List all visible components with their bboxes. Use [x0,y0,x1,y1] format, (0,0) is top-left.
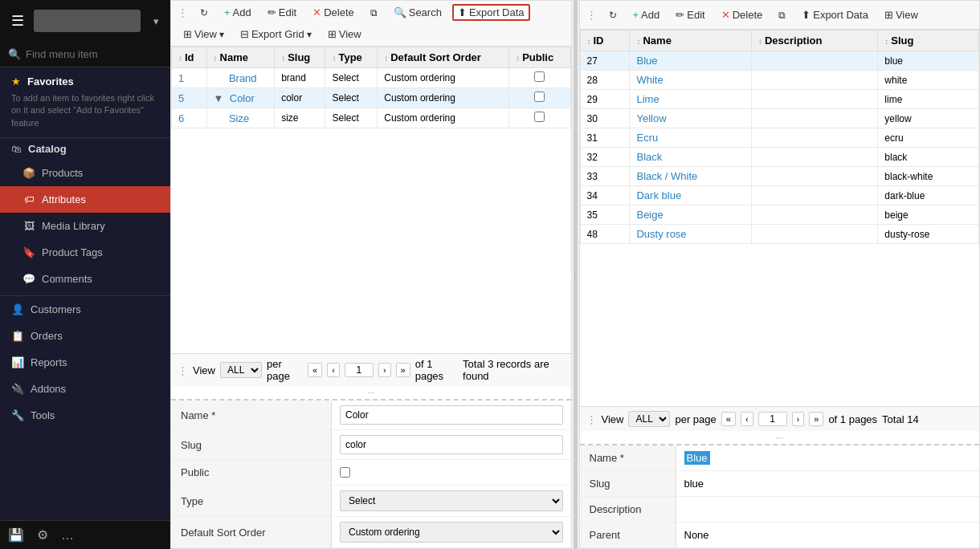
row-name-link[interactable]: Size [229,112,249,124]
right-table-row[interactable]: 33 Black / White black-white [580,167,979,186]
col-slug[interactable]: ↕Slug [275,47,325,68]
media-library-label: Media Library [42,220,105,232]
right-expand-dots[interactable]: ··· [580,431,980,444]
row-desc [751,71,877,90]
form-default-sort-select[interactable]: Custom ordering [340,522,563,543]
left-view-select[interactable]: ALL [220,362,262,378]
right-table-row[interactable]: 35 Beige beige [580,205,979,225]
right-delete-button[interactable]: ✕ Delete [716,6,769,23]
logo-arrow-icon[interactable]: ▾ [153,15,159,27]
right-export-icon: ⬆ [802,9,811,21]
col-type[interactable]: ↕Type [325,47,378,68]
sidebar-item-product-tags[interactable]: 🔖 Product Tags [0,239,170,266]
right-col-id[interactable]: ↕ID [580,31,630,51]
left-next-page[interactable]: › [378,363,391,377]
right-page-input[interactable] [758,412,787,426]
right-first-page[interactable]: « [721,412,736,426]
row-name-link[interactable]: Black / White [636,170,697,182]
right-table-row[interactable]: 29 Lime lime [580,90,979,109]
sidebar-search-input[interactable] [26,48,162,60]
sidebar-item-products[interactable]: 📦 Products [0,160,170,186]
left-delete-button[interactable]: ✕ Delete [307,4,360,21]
row-id-link[interactable]: 6 [178,112,184,124]
right-table-row[interactable]: 31 Ecru ecru [580,128,979,148]
right-table-row[interactable]: 34 Dark blue dark-blue [580,186,979,205]
left-refresh-button[interactable]: ↻ [194,5,214,21]
left-table-row[interactable]: 5 ▼ Color color Select Custom ordering [172,88,571,108]
right-next-page[interactable]: › [792,412,805,426]
right-view-button[interactable]: ⊞ View [879,6,924,23]
right-table-row[interactable]: 28 White white [580,71,979,90]
row-name-link[interactable]: Dark blue [636,189,681,201]
form-name-input[interactable] [340,405,563,425]
right-export-data-button[interactable]: ⬆ Export Data [796,6,874,23]
row-name-link[interactable]: Lime [636,93,659,105]
left-search-button[interactable]: 🔍 Search [388,4,447,21]
right-prev-page[interactable]: ‹ [741,412,753,426]
row-id-link[interactable]: 1 [178,72,184,84]
left-view-button[interactable]: ⊞ View▾ [178,26,230,43]
left-add-button[interactable]: + Add [218,4,257,21]
sidebar-item-tools[interactable]: 🔧 Tools [0,402,170,429]
col-public[interactable]: ↕Public [509,47,570,68]
right-col-slug[interactable]: ↕Slug [878,31,979,51]
sidebar-item-comments[interactable]: 💬 Comments [0,266,170,292]
left-view2-button[interactable]: ⊞ View [322,26,367,43]
right-copy-button[interactable]: ⧉ [773,7,791,23]
right-col-name[interactable]: ↕Name [630,31,751,51]
sidebar-item-customers[interactable]: 👤 Customers [0,295,170,323]
form-slug-input[interactable] [340,435,563,454]
row-name-link[interactable]: Yellow [636,112,666,124]
row-public-checkbox[interactable] [534,71,545,82]
right-table-row[interactable]: 32 Black black [580,148,979,167]
right-table-row[interactable]: 27 Blue blue [580,51,979,71]
row-name-link[interactable]: Black [636,151,662,163]
expand-arrow[interactable]: ▼ [214,92,224,104]
row-name-link[interactable]: White [636,74,663,86]
panel-separator[interactable]: ⋮ [574,0,578,549]
right-table-row[interactable]: 48 Dusty rose dusty-rose [580,225,979,244]
row-name-link[interactable]: Ecru [636,132,658,144]
row-name-link[interactable]: Beige [636,209,663,221]
right-view-select[interactable]: ALL [628,411,670,427]
row-public-checkbox[interactable] [534,92,545,102]
row-public-checkbox[interactable] [534,112,545,122]
right-last-page[interactable]: » [809,412,823,426]
form-public-checkbox[interactable] [340,467,350,478]
right-col-desc[interactable]: ↕Description [751,31,877,51]
left-table-row[interactable]: 1 Brand brand Select Custom ordering [172,68,571,88]
left-last-page[interactable]: » [396,363,410,377]
left-page-input[interactable] [345,363,374,377]
col-default-sort[interactable]: ↕Default Sort Order [378,47,509,68]
row-name-link[interactable]: Dusty rose [636,228,686,240]
row-name-link[interactable]: Blue [636,55,657,67]
footer-more-icon[interactable]: … [61,528,74,543]
sidebar-item-attributes[interactable]: 🏷 Attributes [0,186,170,213]
left-copy-button[interactable]: ⧉ [365,5,383,21]
left-edit-button[interactable]: ✏ Edit [262,4,302,21]
left-export-grid-button[interactable]: ⊟ Export Grid▾ [235,26,317,43]
sidebar-item-reports[interactable]: 📊 Reports [0,349,170,376]
sidebar-item-media-library[interactable]: 🖼 Media Library [0,213,170,239]
right-refresh-button[interactable]: ↻ [603,7,623,23]
row-id-link[interactable]: 5 [178,92,184,104]
footer-save-icon[interactable]: 💾 [8,527,24,543]
row-desc [751,205,877,225]
left-expand-dots[interactable]: ··· [171,386,571,399]
col-name[interactable]: ↕Name [206,47,275,68]
right-edit-button[interactable]: ✏ Edit [670,6,710,23]
row-name-link[interactable]: Color [230,92,255,104]
right-add-button[interactable]: + Add [627,6,666,23]
left-prev-page[interactable]: ‹ [327,363,340,377]
left-table-row[interactable]: 6 Size size Select Custom ordering [172,108,571,128]
left-export-data-button[interactable]: ⬆ Export Data [452,4,530,21]
footer-settings-icon[interactable]: ⚙ [37,527,48,543]
left-first-page[interactable]: « [308,363,322,377]
sidebar-item-addons[interactable]: 🔌 Addons [0,376,170,402]
form-type-select[interactable]: Select [340,490,563,511]
right-table-row[interactable]: 30 Yellow yellow [580,109,979,128]
hamburger-icon[interactable]: ☰ [11,12,24,30]
sidebar-item-orders[interactable]: 📋 Orders [0,323,170,349]
row-name-link[interactable]: Brand [229,72,257,84]
col-id[interactable]: ↕Id [172,47,207,68]
